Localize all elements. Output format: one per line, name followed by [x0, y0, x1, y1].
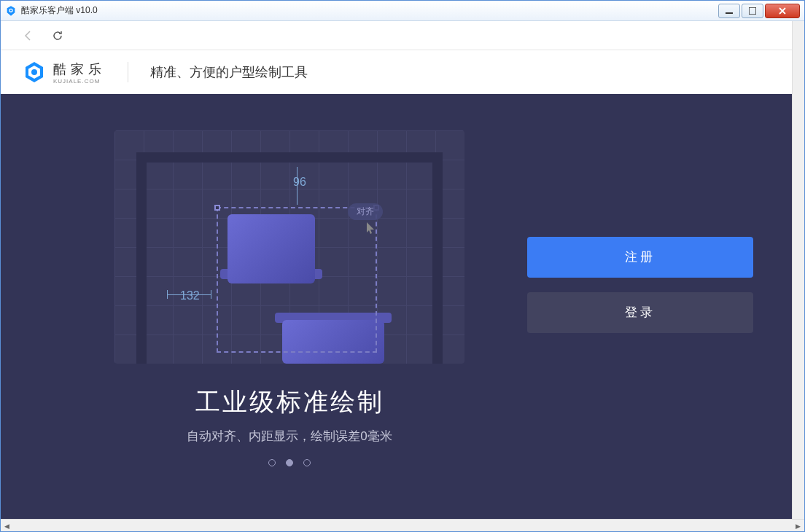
window-title: 酷家乐客户端 v10.0	[21, 4, 718, 17]
svg-point-1	[10, 9, 12, 12]
logo[interactable]: 酷家乐 KUJIALE.COM	[23, 60, 106, 85]
logo-icon	[23, 60, 46, 84]
svg-rect-3	[749, 7, 756, 15]
back-icon[interactable]	[23, 30, 34, 42]
logo-text-cn: 酷家乐	[53, 60, 106, 78]
selection-box	[217, 207, 377, 353]
titlebar: 酷家乐客户端 v10.0	[1, 1, 804, 21]
dimension-value-left: 132	[180, 289, 200, 302]
minimize-button[interactable]	[718, 4, 740, 18]
align-tooltip: 对齐	[348, 203, 383, 220]
header-divider	[128, 62, 128, 82]
hero-section: 96 132 对齐 工业级标准绘制 自动对齐、内距显示，绘制误差0	[1, 94, 804, 519]
scroll-left-icon[interactable]: ◀	[1, 520, 13, 532]
carousel-dot[interactable]	[268, 459, 276, 466]
tagline: 精准、方便的户型绘制工具	[150, 63, 308, 81]
maximize-button[interactable]	[742, 4, 763, 18]
window-controls	[718, 4, 800, 18]
hero-subtitle: 自动对齐、内距显示，绘制误差0毫米	[187, 428, 392, 445]
horizontal-scrollbar[interactable]: ◀ ▶	[1, 519, 804, 531]
carousel-dots	[268, 459, 311, 466]
scroll-right-icon[interactable]: ▶	[792, 520, 804, 532]
hero-title: 工业级标准绘制	[195, 386, 384, 419]
app-window: 酷家乐客户端 v10.0 酷家乐 KUJIA	[0, 0, 805, 532]
auth-panel: 注册 登录	[527, 130, 753, 497]
svg-point-4	[31, 69, 37, 75]
vertical-scrollbar[interactable]	[792, 21, 804, 519]
refresh-icon[interactable]	[52, 30, 63, 42]
app-icon	[5, 5, 17, 17]
close-button[interactable]	[765, 4, 800, 18]
dimension-tick	[167, 290, 168, 299]
carousel-dot[interactable]	[303, 459, 311, 466]
resize-handle	[214, 205, 220, 211]
app-header: 酷家乐 KUJIALE.COM 精准、方便的户型绘制工具	[1, 50, 804, 94]
logo-text-en: KUJIALE.COM	[53, 78, 106, 85]
dimension-value-top: 96	[293, 176, 306, 189]
register-button[interactable]: 注册	[527, 237, 753, 278]
login-button[interactable]: 登录	[527, 292, 753, 333]
browser-toolbar	[1, 21, 804, 50]
hero-left: 96 132 对齐 工业级标准绘制 自动对齐、内距显示，绘制误差0	[52, 130, 527, 497]
carousel-dot[interactable]	[286, 459, 293, 466]
floorplan-illustration: 96 132 对齐	[114, 130, 464, 364]
dimension-tick	[211, 290, 211, 299]
cursor-icon	[362, 221, 377, 238]
svg-rect-2	[726, 12, 733, 14]
